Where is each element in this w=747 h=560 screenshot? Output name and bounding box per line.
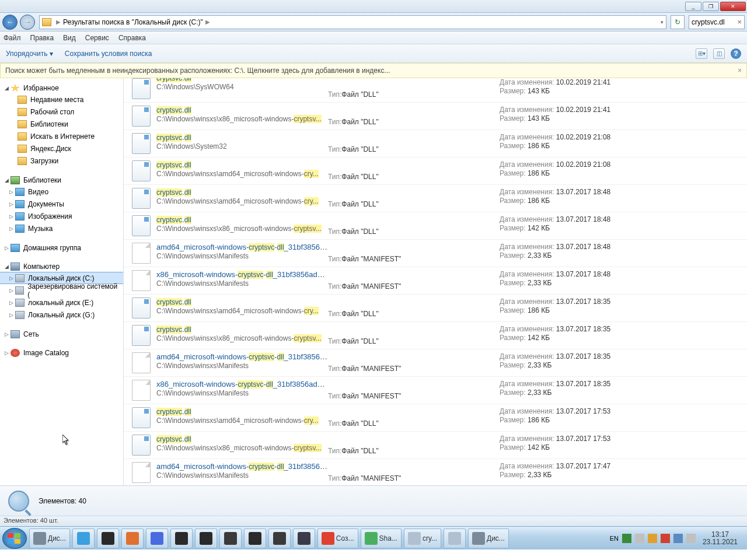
menu-file[interactable]: Файл [4, 34, 21, 42]
sidebar-item-disk[interactable]: ▷Зарезервировано системой ( [0, 284, 123, 296]
result-row[interactable]: x86_microsoft-windows-cryptsvc-dll_31bf3… [124, 267, 747, 295]
help-icon[interactable]: ? [731, 48, 741, 59]
library-icon [15, 188, 25, 196]
menu-service[interactable]: Сервис [85, 34, 109, 42]
result-row[interactable]: cryptsvc.dllC:\Windows\winsxs\x86_micros… [124, 103, 747, 130]
system-tray[interactable]: EN 13:1723.11.2021 [610, 531, 745, 546]
info-bar[interactable]: Поиск может быть медленным в неиндексиро… [0, 63, 747, 78]
taskbar-item[interactable] [121, 528, 144, 548]
result-row[interactable]: cryptsvc.dllC:\Windows\SysWOW64Тип: Файл… [124, 78, 747, 103]
organize-button[interactable]: Упорядочить ▾ [6, 50, 53, 58]
back-button[interactable]: ← [2, 15, 18, 30]
date-label: Дата изменения: [500, 78, 556, 86]
tray-icon[interactable] [686, 534, 696, 543]
results-pane[interactable]: cryptsvc.dllC:\Windows\SysWOW64Тип: Файл… [124, 78, 747, 485]
search-field[interactable] [692, 18, 732, 26]
lang-indicator[interactable]: EN [610, 535, 619, 542]
taskbar-item[interactable] [72, 528, 95, 548]
sidebar-item[interactable]: Яндекс.Диск [0, 142, 123, 155]
result-row[interactable]: cryptsvc.dllC:\Windows\winsxs\amd64_micr… [124, 185, 747, 212]
result-row[interactable]: cryptsvc.dllC:\Windows\winsxs\amd64_micr… [124, 158, 747, 185]
taskbar-item[interactable]: cry... [404, 528, 441, 548]
preview-pane-icon[interactable]: ◫ [713, 48, 725, 59]
result-row[interactable]: amd64_microsoft-windows-cryptsvc-dll_31b… [124, 240, 747, 267]
file-type: Файл "DLL" [341, 310, 378, 318]
size-label: Размер: [500, 416, 528, 424]
taskbar-item[interactable]: Соз... [317, 528, 358, 548]
sidebar-item[interactable]: Рабочий стол [0, 106, 123, 118]
taskbar-item[interactable] [97, 528, 119, 548]
sidebar-item[interactable]: Искать в Интернете [0, 130, 123, 142]
clock[interactable]: 13:1723.11.2021 [699, 531, 741, 546]
close-button[interactable]: ✕ [720, 2, 746, 11]
file-date: 13.07.2017 18:48 [556, 215, 610, 223]
size-label: Размер: [500, 114, 528, 123]
taskbar-item[interactable]: Дис... [29, 528, 70, 548]
sidebar-network[interactable]: ▷Сеть [0, 329, 123, 340]
tray-icon[interactable] [622, 534, 631, 543]
sidebar-homegroup[interactable]: ▷Домашняя группа [0, 243, 123, 253]
sidebar-item[interactable]: ▷Видео [0, 186, 123, 198]
taskbar-item[interactable] [268, 528, 291, 548]
file-size: 2,33 КБ [528, 251, 552, 260]
result-row[interactable]: cryptsvc.dllC:\Windows\winsxs\amd64_micr… [124, 295, 747, 322]
file-size: 186 КБ [528, 169, 550, 177]
taskbar-item[interactable]: Дис... [468, 528, 509, 548]
sidebar-item[interactable]: ▷Музыка [0, 222, 123, 235]
sidebar-item[interactable]: Библиотеки [0, 118, 123, 130]
taskbar-item[interactable]: Sha... [361, 528, 402, 548]
app-icon [408, 532, 421, 545]
app-icon [33, 532, 46, 545]
result-row[interactable]: amd64_microsoft-windows-cryptsvc-dll_31b… [124, 459, 747, 485]
search-input[interactable]: × [689, 15, 745, 29]
menu-edit[interactable]: Правка [30, 34, 54, 42]
date-label: Дата изменения: [500, 380, 556, 388]
sidebar-item[interactable]: Загрузки [0, 155, 123, 167]
file-path: C:\Windows\winsxs\amd64_microsoft-window… [156, 416, 328, 425]
sidebar-item-disk[interactable]: ▷Локальный диск (G:) [0, 309, 123, 321]
taskbar-item[interactable] [195, 528, 217, 548]
sidebar-item[interactable]: ▷Документы [0, 198, 123, 210]
forward-button[interactable]: → [20, 15, 35, 30]
minimize-button[interactable]: _ [685, 2, 701, 11]
breadcrumb-arrow-icon[interactable]: ▶ [205, 19, 210, 25]
sidebar-item[interactable]: ▷Изображения [0, 210, 123, 222]
taskbar-item[interactable] [146, 528, 168, 548]
sidebar-favorites[interactable]: ◢Избранное [0, 83, 123, 93]
result-row[interactable]: cryptsvc.dllC:\Windows\System32Тип: Файл… [124, 130, 747, 158]
file-name: x86_microsoft-windows-cryptsvc-dll_31bf3… [156, 270, 328, 279]
info-close-icon[interactable]: × [738, 66, 742, 75]
taskbar-item[interactable] [293, 528, 315, 548]
taskbar-item[interactable] [170, 528, 193, 548]
result-row[interactable]: cryptsvc.dllC:\Windows\winsxs\amd64_micr… [124, 404, 747, 432]
tray-icon[interactable] [661, 534, 670, 543]
file-date: 13.07.2017 18:35 [556, 298, 610, 306]
tray-icon[interactable] [673, 534, 683, 543]
save-search-button[interactable]: Сохранить условия поиска [65, 50, 152, 58]
start-button[interactable] [2, 528, 27, 549]
maximize-button[interactable]: ❐ [703, 2, 719, 11]
sidebar-image-catalog[interactable]: ▷Image Catalog [0, 348, 123, 358]
chevron-down-icon[interactable]: ▾ [661, 19, 664, 25]
menu-view[interactable]: Вид [63, 34, 76, 42]
type-label: Тип: [328, 255, 341, 263]
result-row[interactable]: cryptsvc.dllC:\Windows\winsxs\x86_micros… [124, 432, 747, 459]
sidebar-libraries[interactable]: ◢Библиотеки [0, 175, 123, 186]
taskbar-item[interactable] [219, 528, 242, 548]
sidebar-computer[interactable]: ◢Компьютер [0, 261, 123, 272]
taskbar-item[interactable] [244, 528, 266, 548]
refresh-button[interactable]: ↻ [671, 15, 685, 29]
result-row[interactable]: x86_microsoft-windows-cryptsvc-dll_31bf3… [124, 377, 747, 404]
address-bar[interactable]: ▶ Результаты поиска в "Локальный диск (C… [39, 15, 666, 29]
clear-search-icon[interactable]: × [737, 18, 742, 26]
result-row[interactable]: cryptsvc.dllC:\Windows\winsxs\x86_micros… [124, 322, 747, 349]
result-row[interactable]: amd64_microsoft-windows-cryptsvc-dll_31b… [124, 349, 747, 377]
tray-icon[interactable] [635, 534, 644, 543]
sidebar-item[interactable]: Недавние места [0, 93, 123, 106]
file-name: cryptsvc.dll [156, 407, 328, 416]
tray-icon[interactable] [648, 534, 657, 543]
taskbar-item[interactable] [444, 528, 466, 548]
menu-help[interactable]: Справка [118, 34, 146, 42]
view-options-icon[interactable]: ⊞▾ [696, 48, 707, 59]
result-row[interactable]: cryptsvc.dllC:\Windows\winsxs\x86_micros… [124, 212, 747, 240]
